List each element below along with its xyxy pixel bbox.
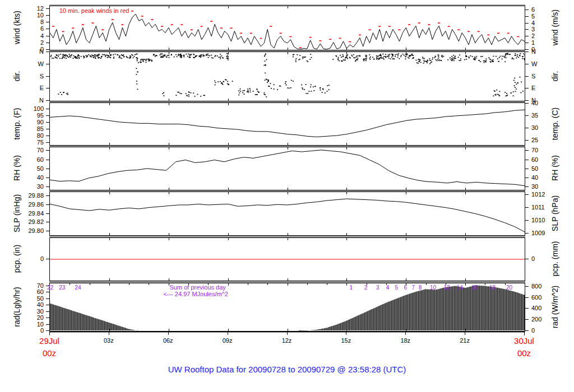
pcp-plot-canvas	[50, 238, 525, 281]
rh-ytick-left	[46, 160, 49, 160]
wind-ytick-left	[46, 36, 49, 36]
x-axis-ticklabel: 06z	[163, 337, 173, 344]
dir-yticklabel-right: S	[531, 73, 535, 80]
slp-ytick-left	[46, 213, 49, 214]
rad-ytick-left	[46, 330, 49, 331]
wind-ytick-right	[525, 23, 529, 24]
temp-ytick-right	[525, 103, 529, 104]
dir-ytick-right	[525, 76, 529, 77]
wind-annotation: 10 min. peak winds in red	[59, 7, 129, 14]
slp-yticklabel-right: 1009	[531, 230, 545, 236]
x-axis-tick	[109, 332, 109, 335]
wind-yticklabel-right: 4	[531, 20, 535, 26]
rh-ytick-left	[46, 178, 49, 178]
x-axis-time-end: 00z	[517, 348, 531, 358]
wind-yticklabel-left: 12	[20, 6, 44, 12]
slp-ytick-left	[46, 195, 49, 196]
wind-yticklabel-right: 6	[531, 7, 535, 13]
x-axis-ticklabel: 12z	[282, 337, 292, 344]
rh-yticklabel-right: 30	[531, 184, 538, 190]
rh-ytick-right	[525, 186, 529, 187]
wind-ytick-right	[525, 10, 529, 10]
rad-yticklabel-left: 20	[20, 315, 44, 321]
panel-pcp	[49, 237, 525, 281]
temp-yticklabel-left: 95	[20, 113, 44, 119]
slp-ytick-left	[46, 222, 49, 222]
x-axis-ticklabel: 18z	[400, 337, 410, 344]
pcp-ytick-left	[46, 259, 49, 259]
x-axis-ticklabel: 15z	[341, 337, 351, 344]
rad-annotation-0: Sum of previous day	[170, 284, 226, 291]
rad-yticklabel-left: 60	[20, 289, 44, 295]
rad-hour-label: 24	[75, 284, 81, 291]
rh-yticklabel-right: 50	[531, 166, 538, 172]
rad-hour-label: 4	[386, 284, 390, 291]
temp-axis-label-right: temp. (C)	[550, 107, 559, 139]
rad-hour-label: 3	[376, 284, 379, 291]
rad-ytick-right	[525, 297, 529, 298]
dir-ytick-right	[525, 52, 529, 52]
rad-yticklabel-right: 400	[531, 305, 541, 311]
rad-axis-label-right: rad (W/m^2)	[550, 285, 559, 328]
dir-ytick-right	[525, 100, 529, 101]
rad-hour-label: 18	[489, 284, 496, 291]
rh-yticklabel-right: 60	[531, 157, 538, 163]
rh-yticklabel-left: 40	[20, 175, 44, 181]
dir-plot-canvas	[50, 52, 525, 101]
dir-yticklabel-left: E	[20, 85, 44, 91]
rad-yticklabel-left: 50	[20, 296, 44, 302]
x-axis-tick	[405, 332, 406, 335]
pcp-yticklabel-left: 0	[20, 256, 44, 262]
dir-ytick-left	[46, 52, 49, 52]
rh-yticklabel-right: 40	[531, 175, 538, 181]
temp-yticklabel-right: 40	[531, 100, 538, 106]
wind-ytick-right	[525, 16, 529, 17]
slp-ytick-right	[525, 207, 529, 208]
slp-yticklabel-right: 1010	[531, 217, 545, 223]
wind-yticklabel-left: 8	[20, 19, 44, 25]
rh-yticklabel-left: 70	[20, 147, 44, 153]
rad-ytick-left	[46, 311, 49, 312]
rad-ytick-right	[525, 319, 529, 320]
x-axis-tick	[287, 332, 288, 335]
x-axis-date-end: 30Jul	[514, 336, 534, 346]
dir-ytick-left	[46, 64, 49, 64]
x-axis-time-start: 00z	[43, 348, 56, 358]
rad-hour-label: 20	[506, 284, 512, 291]
rh-plot-canvas	[50, 147, 525, 190]
temp-ytick-right	[525, 140, 529, 141]
rad-ytick-right	[525, 330, 529, 331]
slp-yticklabel-left: 29.84	[20, 211, 44, 217]
wind-ytick-right	[525, 43, 529, 43]
x-axis-tick	[465, 332, 465, 335]
wind-yticklabel-right: 2	[531, 33, 535, 39]
x-axis-ticklabel: 09z	[223, 337, 233, 344]
rh-ytick-left	[46, 186, 49, 187]
dir-yticklabel-left: N	[20, 97, 44, 104]
rh-yticklabel-left: 60	[20, 157, 44, 163]
dir-yticklabel-right: W	[531, 61, 537, 67]
temp-plot-canvas	[50, 103, 525, 145]
rh-yticklabel-left: 30	[20, 184, 44, 190]
temp-ytick-right	[525, 128, 529, 128]
slp-ytick-left	[46, 204, 49, 205]
rad-annotation-1: <--- 24.97 MJoules/m^2	[163, 291, 228, 297]
dir-ytick-right	[525, 88, 529, 88]
panel-dir	[49, 52, 525, 101]
rad-ytick-left	[46, 298, 49, 299]
rad-ytick-left	[46, 318, 49, 318]
wind-ytick-right	[525, 29, 529, 30]
rh-ytick-right	[525, 169, 529, 169]
temp-ytick-left	[46, 109, 49, 109]
wind-axis-label-right: wind (m/s)	[550, 10, 559, 46]
rad-ytick-right	[525, 286, 529, 287]
slp-yticklabel-left: 29.80	[20, 228, 44, 234]
wind-ytick-left	[46, 49, 49, 50]
dir-yticklabel-left: S	[20, 73, 44, 80]
rad-hour-label: 8	[419, 284, 422, 291]
temp-axis-label-left: temp. (F)	[12, 108, 21, 139]
pcp-yticklabel-right: 0	[531, 256, 535, 262]
rad-hour-label: 6	[404, 284, 407, 291]
chart-title: UW Rooftop Data for 20090728 to 20090729…	[0, 365, 574, 374]
rad-hour-label: 1	[349, 284, 353, 291]
